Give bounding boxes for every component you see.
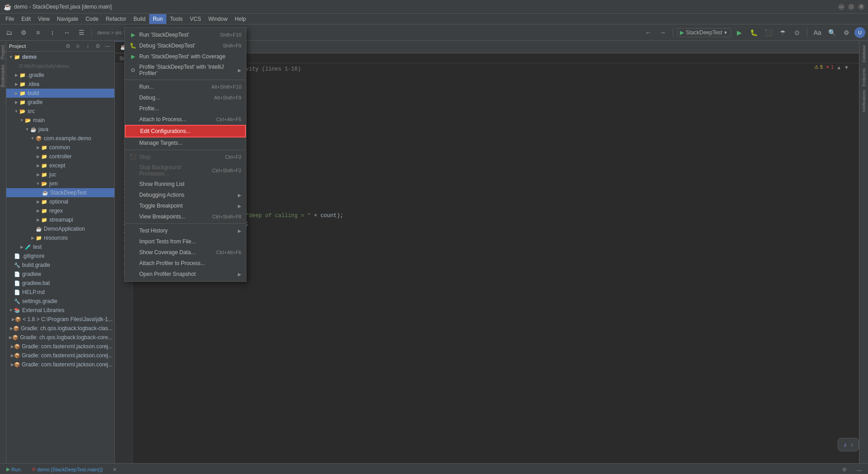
menu-item-run[interactable]: Run [149,14,166,24]
tree-item-gradle[interactable]: ▶ 📁 .gradle [6,71,114,80]
database-panel-toggle[interactable]: Database [860,43,868,65]
tree-item-gradle2[interactable]: ▶ 📁 gradle [6,98,114,107]
dropdown-test-history[interactable]: Test History ▶ [125,225,246,236]
panel-settings-icon[interactable]: ⚙ [94,42,102,50]
tree-item-settingsgradle[interactable]: 🔧 settings.gradle [6,297,114,306]
toolbar-btn3[interactable]: ↕ [46,26,59,39]
panel-expand-icon[interactable]: ↕ [84,42,92,50]
endpoints-panel-toggle[interactable]: Endpoints [860,66,868,89]
translate-btn[interactable]: Aa [811,26,824,39]
tree-item-lib5[interactable]: ▶ 📦 Gradle: com.fasterxml.jackson.corej.… [6,360,114,369]
menu-item-help[interactable]: Help [231,14,250,24]
dropdown-profile-any[interactable]: Profile... [125,103,246,114]
tree-item-extlibs[interactable]: ▼ 📚 External Libraries [6,306,114,315]
dropdown-edit-config[interactable]: Edit Configurations... [125,125,246,137]
nav-down-icon[interactable]: ▼ [844,65,849,70]
tree-item-main[interactable]: ▼ 📂 main [6,116,114,125]
menu-item-refactor[interactable]: Refactor [102,14,130,24]
run-button[interactable]: ▶ [733,26,745,39]
tab-collapse-icon[interactable]: — [852,465,866,474]
settings-btn[interactable]: ⚙ [840,26,853,39]
dropdown-profiler-snapshot[interactable]: Open Profiler Snapshot ▶ [125,269,246,280]
errors-count[interactable]: ✕ 1 [826,64,834,70]
menu-item-edit[interactable]: Edit [18,14,34,24]
dropdown-attach-profiler[interactable]: Attach Profiler to Process... [125,258,246,269]
tree-item-common[interactable]: ▶ 📁 common [6,143,114,152]
toolbar-btn5[interactable]: ☰ [75,26,88,39]
tree-item-stackdeeptest[interactable]: ☕ StackDeepTest [6,188,114,197]
tree-item-except[interactable]: ▶ 📁 except [6,161,114,170]
minimize-button[interactable]: — [838,4,844,10]
tree-item-controller[interactable]: ▶ 📁 controller [6,152,114,161]
tree-item-lib3[interactable]: ▶ 📦 Gradle: com.fasterxml.jackson.corej.… [6,342,114,351]
dropdown-debug[interactable]: 🐛 Debug 'StackDeepTest' Shift+F9 [125,40,246,51]
menu-item-tools[interactable]: Tools [166,14,186,24]
dropdown-attach[interactable]: Attach to Process... Ctrl+Alt+F5 [125,114,246,125]
coverage-button[interactable]: ☂ [776,26,789,39]
tree-item-jvm[interactable]: ▼ 📂 jvm [6,179,114,188]
toolbar-btn4[interactable]: ↔ [61,26,73,39]
dropdown-coverage-data[interactable]: Show Coverage Data... Ctrl+Alt+F6 [125,247,246,258]
tree-item-lib2[interactable]: ▶ 📦 Gradle: ch.qos.logback:logback-core.… [6,333,114,342]
run-config-selector[interactable]: ▶ StackDeepTest ▾ [677,28,731,37]
dropdown-manage-targets[interactable]: Manage Targets... [125,137,246,148]
maximize-button[interactable]: □ [848,4,854,10]
menu-item-navigate[interactable]: Navigate [53,14,82,24]
dropdown-profile[interactable]: ⊙ Profile 'StackDeepTest' with 'IntelliJ… [125,62,246,78]
warnings-count[interactable]: ⚠ 5 [814,64,823,70]
tab-run-close[interactable]: ✕ [108,465,121,474]
code-content[interactable]: // code context omitted for brevity (lin… [140,63,859,463]
tree-item-build[interactable]: ▶ 📁 build [6,89,114,98]
stop-button[interactable]: ⬛ [762,26,774,39]
dropdown-debug-actions[interactable]: Debugging Actions ▶ [125,190,246,200]
tree-item-gradlew[interactable]: 📄 gradlew [6,270,114,279]
tree-item-package[interactable]: ▼ 📦 com.example.demo [6,134,114,143]
profiler-button[interactable]: ⊙ [791,26,803,39]
close-button[interactable]: ✕ [858,4,864,10]
panel-close-icon[interactable]: — [104,42,112,50]
dropdown-running-list[interactable]: Show Running List [125,179,246,190]
panel-gear-icon[interactable]: ⚙ [64,42,72,50]
toolbar-btn2[interactable]: ≡ [32,26,44,39]
dropdown-import-tests[interactable]: Import Tests from File... [125,236,246,247]
tab-run[interactable]: ▶ Run: [2,465,26,474]
tree-item-gitignore[interactable]: 📄 .gitignore [6,251,114,261]
tree-item-helpmd[interactable]: 📄 HELP.md [6,288,114,297]
tab-settings-icon[interactable]: ⚙ [838,465,851,474]
menu-item-vcs[interactable]: VCS [186,14,205,24]
tree-item-src[interactable]: ▼ 📂 src [6,107,114,116]
dropdown-run-any[interactable]: Run... Alt+Shift+F10 [125,81,246,92]
menu-item-window[interactable]: Window [205,14,231,24]
tree-item-java[interactable]: ▼ ☕ java [6,125,114,134]
notifications-toggle[interactable]: Notifications [860,90,868,112]
tree-item-lib1[interactable]: ▶ 📦 Gradle: ch.qos.logback:logback-clas.… [6,324,114,333]
menu-item-build[interactable]: Build [130,14,149,24]
search-btn[interactable]: 🔍 [826,26,838,39]
toolbar-btn1[interactable]: ⚙ [17,26,30,39]
tree-item-test[interactable]: ▶ 🧪 test [6,242,114,251]
avatar-btn[interactable]: U [854,27,865,38]
tree-item-idea[interactable]: ▶ 📁 .idea [6,80,114,89]
toolbar-forward-btn[interactable]: → [656,26,669,39]
dropdown-debug-any[interactable]: Debug... Alt+Shift+F9 [125,92,246,103]
dropdown-run[interactable]: ▶ Run 'StackDeepTest' Shift+F10 [125,29,246,40]
tree-item-juc[interactable]: ▶ 📁 juc [6,170,114,179]
menu-item-code[interactable]: Code [82,14,102,24]
toolbar-project-btn[interactable]: 🗂 [3,26,15,39]
project-panel-toggle[interactable]: Project [0,43,6,62]
panel-list-icon[interactable]: ≡ [74,42,82,50]
debug-button[interactable]: 🐛 [747,26,760,39]
tree-item-optional[interactable]: ▶ 📁 optional [6,197,114,206]
tree-item-buildgradle[interactable]: 🔧 build.gradle [6,261,114,270]
tree-item-lib4[interactable]: ▶ 📦 Gradle: com.fasterxml.jackson.corej.… [6,351,114,360]
dropdown-toggle-bp[interactable]: Toggle Breakpoint ▶ [125,200,246,211]
tree-item-streamapi[interactable]: ▶ 📁 streamapi [6,215,114,224]
tree-item-regex[interactable]: ▶ 📁 regex [6,206,114,215]
tree-item-gradlewbat[interactable]: 📄 gradlew.bat [6,279,114,288]
dropdown-run-coverage[interactable]: ▶ Run 'StackDeepTest' with Coverage [125,51,246,62]
menu-item-file[interactable]: File [2,14,18,24]
nav-up-icon[interactable]: ▲ [836,65,841,70]
dropdown-view-bp[interactable]: View Breakpoints... Ctrl+Shift+F8 [125,211,246,222]
toolbar-back-btn[interactable]: ← [642,26,655,39]
tree-item-resources[interactable]: ▶ 📁 resources [6,233,114,242]
